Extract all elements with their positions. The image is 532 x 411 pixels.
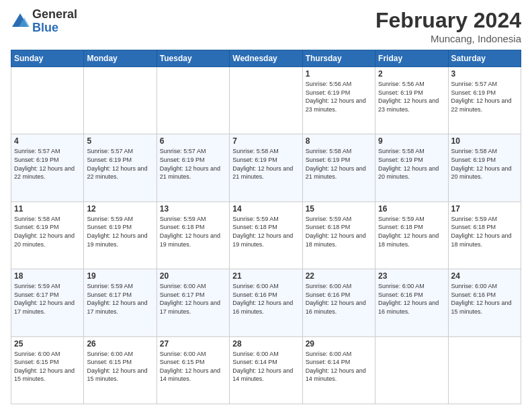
day-info: Sunrise: 6:00 AM Sunset: 6:16 PM Dayligh…: [232, 282, 299, 316]
day-info: Sunrise: 5:56 AM Sunset: 6:19 PM Dayligh…: [378, 80, 445, 113]
day-header-friday: Friday: [375, 50, 448, 67]
day-number: 11: [14, 204, 81, 214]
calendar-cell: 25Sunrise: 6:00 AM Sunset: 6:15 PM Dayli…: [11, 336, 84, 404]
day-header-thursday: Thursday: [302, 50, 375, 67]
day-info: Sunrise: 6:00 AM Sunset: 6:16 PM Dayligh…: [378, 282, 445, 316]
calendar-cell: 20Sunrise: 6:00 AM Sunset: 6:17 PM Dayli…: [157, 269, 229, 336]
day-info: Sunrise: 6:00 AM Sunset: 6:17 PM Dayligh…: [160, 282, 226, 316]
day-number: 15: [306, 204, 372, 214]
calendar-header-row: SundayMondayTuesdayWednesdayThursdayFrid…: [11, 50, 521, 67]
day-number: 23: [378, 271, 445, 281]
day-info: Sunrise: 5:59 AM Sunset: 6:18 PM Dayligh…: [160, 215, 226, 248]
day-info: Sunrise: 6:00 AM Sunset: 6:16 PM Dayligh…: [306, 282, 372, 316]
calendar-cell: 18Sunrise: 5:59 AM Sunset: 6:17 PM Dayli…: [11, 269, 84, 336]
day-info: Sunrise: 6:00 AM Sunset: 6:15 PM Dayligh…: [87, 350, 153, 383]
title-block: February 2024 Muncang, Indonesia: [375, 8, 521, 44]
calendar-cell: 11Sunrise: 5:58 AM Sunset: 6:19 PM Dayli…: [11, 201, 84, 269]
day-number: 14: [232, 204, 299, 214]
day-number: 26: [87, 339, 153, 349]
calendar-cell: 5Sunrise: 5:57 AM Sunset: 6:19 PM Daylig…: [84, 134, 157, 201]
calendar-cell: 13Sunrise: 5:59 AM Sunset: 6:18 PM Dayli…: [157, 201, 229, 269]
calendar-cell: [11, 67, 84, 134]
month-title: February 2024: [375, 8, 521, 33]
day-number: 8: [306, 136, 372, 146]
calendar-cell: 10Sunrise: 5:58 AM Sunset: 6:19 PM Dayli…: [448, 134, 521, 201]
calendar-cell: [448, 336, 521, 404]
day-header-sunday: Sunday: [11, 50, 84, 67]
calendar-cell: 26Sunrise: 6:00 AM Sunset: 6:15 PM Dayli…: [84, 336, 157, 404]
day-info: Sunrise: 6:00 AM Sunset: 6:14 PM Dayligh…: [306, 350, 372, 383]
day-header-tuesday: Tuesday: [157, 50, 229, 67]
day-number: 2: [378, 69, 445, 79]
calendar-cell: 15Sunrise: 5:59 AM Sunset: 6:18 PM Dayli…: [302, 201, 375, 269]
logo-general-text: General: [32, 8, 77, 21]
day-number: 19: [87, 271, 153, 281]
day-number: 29: [306, 339, 372, 349]
day-number: 9: [378, 136, 445, 146]
calendar-cell: 29Sunrise: 6:00 AM Sunset: 6:14 PM Dayli…: [302, 336, 375, 404]
calendar-cell: [157, 67, 229, 134]
day-info: Sunrise: 5:58 AM Sunset: 6:19 PM Dayligh…: [232, 147, 299, 181]
header: General Blue February 2024 Muncang, Indo…: [11, 8, 521, 44]
calendar-week-row: 11Sunrise: 5:58 AM Sunset: 6:19 PM Dayli…: [11, 201, 521, 269]
day-number: 13: [160, 204, 226, 214]
logo-blue-text: Blue: [32, 21, 77, 35]
day-number: 21: [232, 271, 299, 281]
calendar-cell: 2Sunrise: 5:56 AM Sunset: 6:19 PM Daylig…: [375, 67, 448, 134]
calendar-cell: 1Sunrise: 5:56 AM Sunset: 6:19 PM Daylig…: [302, 67, 375, 134]
calendar-cell: 9Sunrise: 5:58 AM Sunset: 6:19 PM Daylig…: [375, 134, 448, 201]
calendar-week-row: 25Sunrise: 6:00 AM Sunset: 6:15 PM Dayli…: [11, 336, 521, 404]
calendar-cell: 17Sunrise: 5:59 AM Sunset: 6:18 PM Dayli…: [448, 201, 521, 269]
day-info: Sunrise: 6:00 AM Sunset: 6:15 PM Dayligh…: [14, 350, 81, 383]
calendar-cell: 16Sunrise: 5:59 AM Sunset: 6:18 PM Dayli…: [375, 201, 448, 269]
calendar-cell: [375, 336, 448, 404]
day-number: 20: [160, 271, 226, 281]
day-info: Sunrise: 5:58 AM Sunset: 6:19 PM Dayligh…: [14, 215, 81, 248]
day-info: Sunrise: 5:58 AM Sunset: 6:19 PM Dayligh…: [378, 147, 445, 181]
day-info: Sunrise: 5:57 AM Sunset: 6:19 PM Dayligh…: [14, 147, 81, 181]
calendar-cell: 7Sunrise: 5:58 AM Sunset: 6:19 PM Daylig…: [230, 134, 302, 201]
day-number: 7: [232, 136, 299, 146]
calendar-cell: 14Sunrise: 5:59 AM Sunset: 6:18 PM Dayli…: [230, 201, 302, 269]
day-info: Sunrise: 6:00 AM Sunset: 6:16 PM Dayligh…: [451, 282, 518, 316]
logo-icon: [11, 12, 30, 31]
day-info: Sunrise: 5:58 AM Sunset: 6:19 PM Dayligh…: [306, 147, 372, 181]
calendar-cell: 23Sunrise: 6:00 AM Sunset: 6:16 PM Dayli…: [375, 269, 448, 336]
day-info: Sunrise: 6:00 AM Sunset: 6:14 PM Dayligh…: [232, 350, 299, 383]
calendar-week-row: 4Sunrise: 5:57 AM Sunset: 6:19 PM Daylig…: [11, 134, 521, 201]
calendar-cell: 3Sunrise: 5:57 AM Sunset: 6:19 PM Daylig…: [448, 67, 521, 134]
day-number: 6: [160, 136, 226, 146]
day-number: 12: [87, 204, 153, 214]
day-number: 3: [451, 69, 518, 79]
calendar-cell: 21Sunrise: 6:00 AM Sunset: 6:16 PM Dayli…: [230, 269, 302, 336]
location: Muncang, Indonesia: [375, 33, 521, 44]
calendar-cell: 28Sunrise: 6:00 AM Sunset: 6:14 PM Dayli…: [230, 336, 302, 404]
day-info: Sunrise: 5:58 AM Sunset: 6:19 PM Dayligh…: [451, 147, 518, 181]
day-header-saturday: Saturday: [448, 50, 521, 67]
calendar-cell: [84, 67, 157, 134]
day-info: Sunrise: 5:57 AM Sunset: 6:19 PM Dayligh…: [87, 147, 153, 181]
calendar-week-row: 1Sunrise: 5:56 AM Sunset: 6:19 PM Daylig…: [11, 67, 521, 134]
day-number: 28: [232, 339, 299, 349]
logo-text: General Blue: [32, 8, 77, 35]
day-info: Sunrise: 5:59 AM Sunset: 6:18 PM Dayligh…: [451, 215, 518, 248]
day-info: Sunrise: 6:00 AM Sunset: 6:15 PM Dayligh…: [160, 350, 226, 383]
day-number: 25: [14, 339, 81, 349]
day-info: Sunrise: 5:56 AM Sunset: 6:19 PM Dayligh…: [306, 80, 372, 113]
day-number: 1: [306, 69, 372, 79]
calendar-week-row: 18Sunrise: 5:59 AM Sunset: 6:17 PM Dayli…: [11, 269, 521, 336]
day-number: 5: [87, 136, 153, 146]
day-header-monday: Monday: [84, 50, 157, 67]
calendar-cell: 8Sunrise: 5:58 AM Sunset: 6:19 PM Daylig…: [302, 134, 375, 201]
day-header-wednesday: Wednesday: [230, 50, 302, 67]
day-info: Sunrise: 5:59 AM Sunset: 6:17 PM Dayligh…: [87, 282, 153, 316]
day-number: 4: [14, 136, 81, 146]
calendar-cell: [230, 67, 302, 134]
calendar-cell: 6Sunrise: 5:57 AM Sunset: 6:19 PM Daylig…: [157, 134, 229, 201]
day-number: 17: [451, 204, 518, 214]
calendar-cell: 12Sunrise: 5:59 AM Sunset: 6:19 PM Dayli…: [84, 201, 157, 269]
day-number: 24: [451, 271, 518, 281]
day-number: 10: [451, 136, 518, 146]
page: General Blue February 2024 Muncang, Indo…: [0, 0, 532, 411]
day-info: Sunrise: 5:59 AM Sunset: 6:19 PM Dayligh…: [87, 215, 153, 248]
